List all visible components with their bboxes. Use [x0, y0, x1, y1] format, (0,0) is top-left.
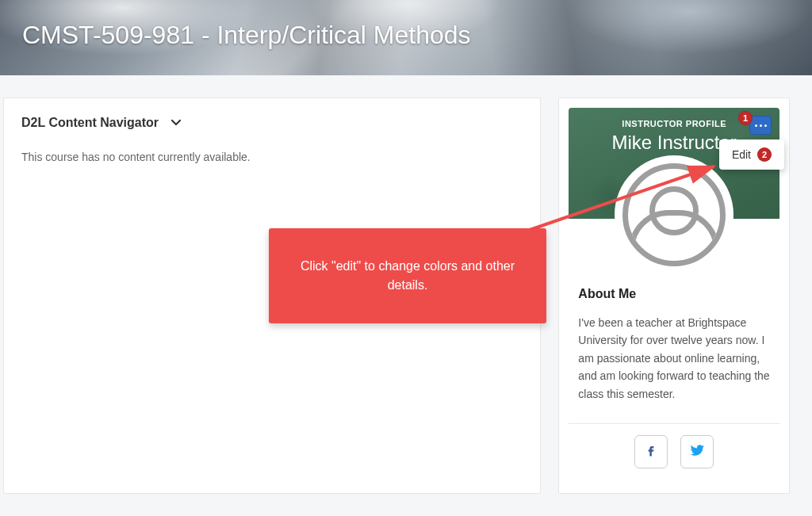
- twitter-button[interactable]: [680, 435, 714, 468]
- chevron-down-icon: [170, 117, 182, 129]
- empty-content-message: This course has no content currently ava…: [21, 151, 523, 163]
- avatar: [615, 155, 733, 274]
- callout-text: Click "edit" to change colors and other …: [291, 257, 524, 295]
- facebook-icon: [643, 442, 659, 461]
- profile-options-button[interactable]: [749, 116, 772, 135]
- ellipsis-icon: [755, 124, 767, 127]
- about-text: I've been a teacher at Brightspace Unive…: [578, 314, 770, 403]
- content-navigator-header[interactable]: D2L Content Navigator: [21, 116, 523, 130]
- person-icon: [622, 163, 726, 266]
- profile-header: INSTRUCTOR PROFILE Mike Instructor 1 Edi…: [569, 108, 779, 219]
- divider: [569, 423, 779, 424]
- content-navigator-title: D2L Content Navigator: [21, 116, 159, 130]
- about-title: About Me: [578, 287, 770, 301]
- course-banner: CMST-509-981 - Interp/Critical Methods: [0, 0, 812, 75]
- twitter-icon: [689, 442, 705, 461]
- facebook-button[interactable]: [634, 435, 668, 468]
- edit-menu-item[interactable]: Edit 2: [719, 140, 784, 170]
- annotation-badge-1: 1: [738, 111, 753, 125]
- annotation-badge-2: 2: [757, 147, 772, 162]
- edit-label: Edit: [732, 148, 751, 161]
- instructor-profile-card: INSTRUCTOR PROFILE Mike Instructor 1 Edi…: [558, 97, 790, 494]
- social-links: [569, 435, 779, 468]
- instruction-callout: Click "edit" to change colors and other …: [269, 228, 546, 323]
- course-title: CMST-509-981 - Interp/Critical Methods: [22, 21, 471, 50]
